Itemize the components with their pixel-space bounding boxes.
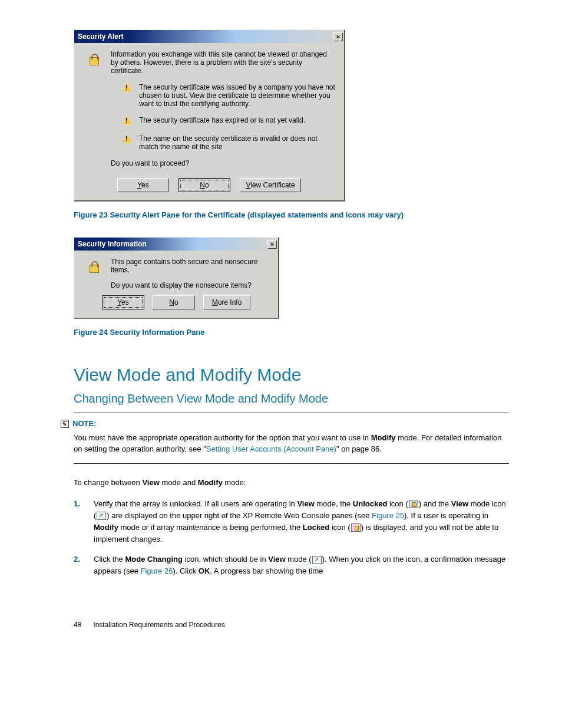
dialog-intro-text: Information you exchange with this site … <box>111 50 336 75</box>
subheading-changing-mode: Changing Between View Mode and Modify Mo… <box>74 392 509 406</box>
lock-warning-icon <box>82 258 104 289</box>
lock-warning-icon <box>82 50 104 75</box>
no-button[interactable]: No <box>153 295 195 309</box>
heading-view-modify: View Mode and Modify Mode <box>74 365 509 385</box>
dialog-titlebar: Security Information × <box>74 238 278 251</box>
figure-23-caption: Figure 23 Security Alert Pane for the Ce… <box>74 210 509 219</box>
note-label: NOTE: <box>72 418 96 430</box>
unlocked-icon <box>409 500 418 508</box>
note-block: NOTE: You must have the appropriate oper… <box>74 413 509 464</box>
link-setting-accounts[interactable]: Setting User Accounts (Account Pane) <box>206 444 336 453</box>
note-body: You must have the appropriate operation … <box>74 432 509 455</box>
close-icon[interactable]: × <box>333 32 343 41</box>
cert-point-3: The name on the security certificate is … <box>139 134 336 151</box>
cert-point-2: The security certificate has expired or … <box>139 116 305 126</box>
view-mode-icon <box>312 556 322 564</box>
view-certificate-button[interactable]: View Certificate <box>240 178 301 192</box>
dialog-title: Security Alert <box>78 32 124 41</box>
warning-icon <box>123 116 132 124</box>
page-number: 48 <box>74 621 91 629</box>
page-footer: 48 Installation Requirements and Procedu… <box>74 621 509 629</box>
secinfo-line2: Do you want to display the nonsecure ite… <box>111 281 270 289</box>
view-mode-icon <box>97 512 106 520</box>
figure-24-caption: Figure 24 Security Information Pane <box>74 328 509 337</box>
note-icon <box>61 420 69 428</box>
warning-icon <box>123 134 132 143</box>
locked-icon <box>351 523 361 532</box>
yes-button[interactable]: Yes <box>117 178 169 192</box>
dialog-titlebar: Security Alert × <box>74 30 344 43</box>
close-icon[interactable]: × <box>267 240 277 249</box>
step-2: Click the Mode Changing icon, which shou… <box>74 554 509 585</box>
link-figure-26[interactable]: Figure 26 <box>141 566 173 575</box>
secinfo-line1: This page contains both secure and nonse… <box>111 258 270 274</box>
security-alert-dialog: Security Alert × Information you exchang… <box>74 29 345 201</box>
proceed-question: Do you want to proceed? <box>111 159 189 167</box>
yes-button[interactable]: Yes <box>102 295 144 309</box>
no-button[interactable]: No <box>178 178 230 192</box>
more-info-button[interactable]: More Info <box>203 295 250 309</box>
link-figure-25[interactable]: Figure 25 <box>372 511 404 520</box>
step-1: Verify that the array is unlocked. If al… <box>74 498 509 554</box>
intro-text: To change between View mode and Modify m… <box>74 477 509 489</box>
dialog-title: Security Information <box>78 240 147 248</box>
cert-point-1: The security certificate was issued by a… <box>139 83 336 108</box>
footer-section: Installation Requirements and Procedures <box>93 621 224 629</box>
security-information-dialog: Security Information × This page contain… <box>74 237 279 318</box>
warning-icon <box>123 83 132 91</box>
